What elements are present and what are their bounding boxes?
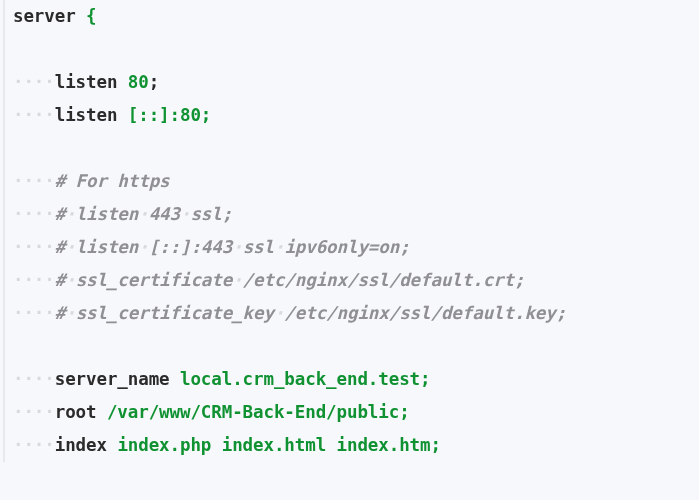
comment-listen-ipv6-443: #·listen·[::]:443·ssl·ipv6only=on; xyxy=(55,237,410,257)
code-line-comment: ····# For https xyxy=(13,165,699,198)
comment-listen-443: #·listen·443·ssl; xyxy=(55,204,232,224)
code-line-blank xyxy=(13,33,699,66)
comment-ssl-cert: #·ssl_certificate·/etc/nginx/ssl/default… xyxy=(55,270,525,290)
port-80: 80 xyxy=(128,72,149,92)
code-line-comment: ····#·listen·443·ssl; xyxy=(13,198,699,231)
code-line-listen-ipv6: ····listen [::]:80; xyxy=(13,99,699,132)
directive-root: root xyxy=(55,402,97,422)
directive-listen: listen xyxy=(55,105,118,125)
ipv6-port: [::]:80; xyxy=(128,105,212,125)
code-line-server: server { xyxy=(13,0,699,33)
directive-listen: listen xyxy=(55,72,118,92)
code-line-server-name: ····server_name local.crm_back_end.test; xyxy=(13,363,699,396)
server-name-value: local.crm_back_end.test; xyxy=(180,369,430,389)
code-line-index: ····index index.php index.html index.htm… xyxy=(13,429,699,462)
nginx-config-snippet: server { ····listen 80;····listen [::]:8… xyxy=(3,0,699,462)
code-line-comment: ····#·ssl_certificate_key·/etc/nginx/ssl… xyxy=(13,297,699,330)
root-value: /var/www/CRM-Back-End/public; xyxy=(107,402,410,422)
brace-open: { xyxy=(86,6,96,26)
directive-server-name: server_name xyxy=(55,369,170,389)
directive-server: server xyxy=(13,6,76,26)
code-line-blank xyxy=(13,132,699,165)
code-line-root: ····root /var/www/CRM-Back-End/public; xyxy=(13,396,699,429)
directive-index: index xyxy=(55,435,107,455)
index-value: index.php index.html index.htm; xyxy=(117,435,441,455)
code-line-listen-80: ····listen 80; xyxy=(13,66,699,99)
code-line-comment: ····#·ssl_certificate·/etc/nginx/ssl/def… xyxy=(13,264,699,297)
comment-for-https: # For https xyxy=(55,171,170,191)
comment-ssl-key: #·ssl_certificate_key·/etc/nginx/ssl/def… xyxy=(55,303,566,323)
code-line-comment: ····#·listen·[::]:443·ssl·ipv6only=on; xyxy=(13,231,699,264)
code-line-blank xyxy=(13,330,699,363)
